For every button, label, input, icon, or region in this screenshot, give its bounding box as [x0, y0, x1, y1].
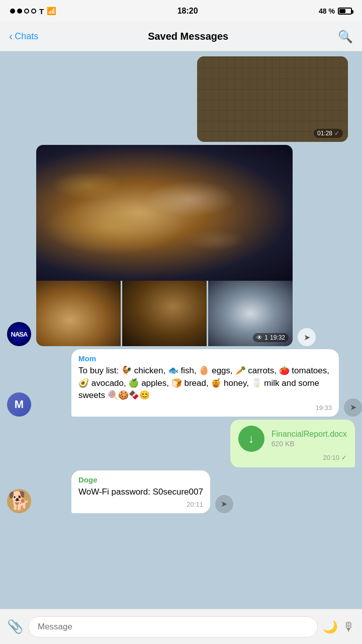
image-time: 01:28 [317, 130, 332, 137]
bottom-spacer [0, 516, 362, 556]
doge-message-bubble: Doge WoW-Fi password: S0secure007 20:11 [71, 470, 210, 513]
file-name: FinancialReport.docx [272, 430, 347, 439]
doge-reply-button[interactable]: ➤ [215, 495, 233, 513]
search-icon[interactable]: 🔍 [338, 30, 353, 44]
doge-sender-name: Doge [78, 475, 203, 484]
file-footer: 20:10 ✓ [238, 454, 347, 461]
mom-message-bubble: Mom To buy list: 🐓 chicken, 🐟 fish, 🥚 eg… [71, 349, 339, 417]
mom-message-time: 19:33 [315, 404, 332, 412]
page-title: Saved Messages [148, 31, 228, 42]
signal-dot-1 [10, 9, 15, 14]
chevron-left-icon: ‹ [9, 30, 13, 43]
battery-icon [338, 8, 352, 15]
building-image-container[interactable]: 01:28 ✓ [197, 56, 348, 142]
financial-report-bubble[interactable]: ↓ FinancialReport.docx 620 KB 20:10 ✓ [230, 420, 355, 467]
download-icon[interactable]: ↓ [238, 426, 264, 452]
image-time-overlay: 01:28 ✓ [314, 129, 343, 138]
building-image-message: 01:28 ✓ [197, 56, 348, 142]
battery-fill [339, 9, 345, 13]
file-size: 620 KB [272, 440, 347, 448]
jupiter-thumb-3[interactable]: 👁 1 19:32 [208, 281, 293, 346]
mom-message-footer: 19:33 [78, 404, 332, 412]
status-right: 48 % [319, 7, 352, 15]
file-info: FinancialReport.docx 620 KB [272, 430, 347, 448]
doge-emoji: 🐕 [8, 491, 31, 512]
jupiter-thumb-2[interactable] [122, 281, 207, 346]
thumb-time: 19:32 [270, 334, 285, 341]
mom-message-row: M Mom To buy list: 🐓 chicken, 🐟 fish, 🥚 … [0, 349, 362, 417]
signal-dots [10, 9, 36, 14]
mic-icon[interactable]: 🎙 [343, 620, 355, 634]
double-check-icon: ✓ [341, 454, 347, 461]
wifi-icon: 📶 [47, 7, 56, 16]
doge-message-row: 🐕 Doge WoW-Fi password: S0secure007 20:1… [0, 470, 362, 513]
carrier-label: T [39, 7, 44, 16]
nasa-avatar: NASA [7, 322, 31, 346]
doge-message-text: WoW-Fi password: S0secure007 [78, 486, 203, 499]
jupiter-thumbnails: 👁 1 19:32 [36, 281, 293, 346]
file-time: 20:10 [323, 454, 339, 461]
jupiter-album-message: NASA 👁 1 19:32 [36, 145, 293, 346]
doge-message-footer: 20:11 [78, 501, 203, 508]
signal-dot-4 [31, 9, 36, 14]
doge-message-time: 20:11 [187, 501, 203, 508]
view-number: 1 [264, 334, 268, 341]
financial-report-row: ↓ FinancialReport.docx 620 KB 20:10 ✓ [0, 420, 362, 467]
signal-dot-3 [24, 9, 29, 14]
back-label[interactable]: Chats [15, 31, 38, 42]
forward-button[interactable]: ➤ [298, 328, 316, 346]
battery-percent: 48 % [319, 7, 335, 15]
mom-sender-name: Mom [78, 354, 332, 363]
eye-icon: 👁 [256, 334, 262, 341]
jupiter-main-image[interactable] [36, 145, 293, 281]
jupiter-album-row: NASA 👁 1 19:32 [0, 145, 362, 346]
mom-avatar: M [7, 392, 31, 417]
sticker-icon[interactable]: 🌙 [323, 620, 338, 634]
jupiter-thumb-1[interactable] [36, 281, 121, 346]
attach-icon[interactable]: 📎 [7, 619, 23, 634]
check-icon: ✓ [334, 130, 339, 137]
back-button[interactable]: ‹ Chats [9, 30, 38, 43]
thumb-overlay: 👁 1 19:32 [253, 333, 289, 342]
file-row: ↓ FinancialReport.docx 620 KB [238, 426, 347, 452]
mom-message-text: To buy list: 🐓 chicken, 🐟 fish, 🥚 eggs, … [78, 365, 332, 402]
signal-dot-2 [17, 9, 22, 14]
bottom-bar: 📎 🌙 🎙 [0, 609, 362, 644]
jupiter-images[interactable]: 👁 1 19:32 [36, 145, 293, 346]
view-count: 👁 1 19:32 [253, 333, 289, 342]
status-left: T 📶 [10, 7, 56, 16]
message-input[interactable] [28, 616, 318, 637]
status-bar: T 📶 18:20 48 % [0, 0, 362, 22]
mom-reply-button[interactable]: ➤ [344, 398, 362, 417]
building-message-row: 01:28 ✓ [0, 56, 362, 142]
doge-avatar: 🐕 [7, 489, 31, 513]
jupiter-swirls [36, 145, 293, 281]
nav-bar: ‹ Chats Saved Messages 🔍 [0, 22, 362, 51]
chat-area: 01:28 ✓ NASA [0, 51, 362, 644]
nasa-logo: NASA [7, 322, 31, 346]
status-time: 18:20 [177, 7, 198, 16]
